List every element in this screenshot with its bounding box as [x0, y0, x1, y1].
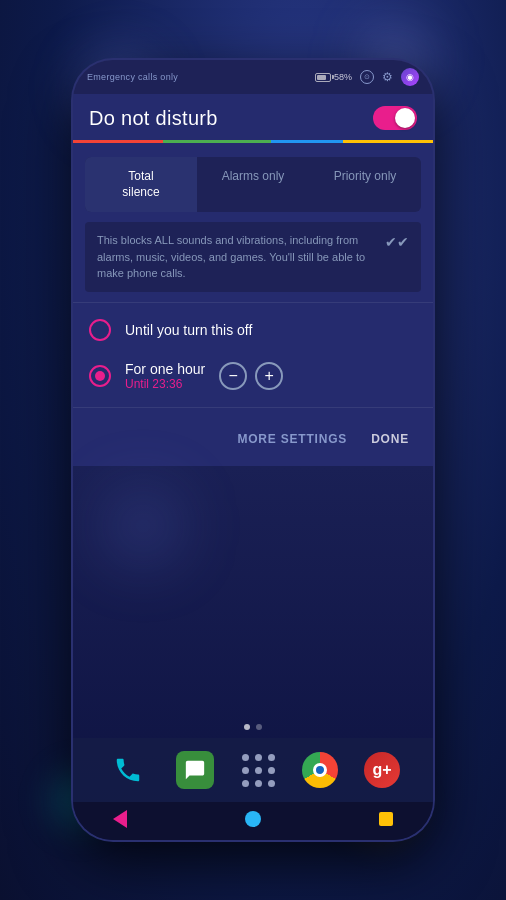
home-icon[interactable]	[245, 811, 261, 827]
gplus-app-icon[interactable]: g+	[364, 752, 400, 788]
option-until-off[interactable]: Until you turn this off	[73, 309, 433, 351]
status-left: Emergency calls only	[87, 72, 178, 82]
dot-2	[256, 724, 262, 730]
option-one-hour-label: For one hour	[125, 361, 205, 377]
radio-one-hour-fill	[95, 371, 105, 381]
nav-bar	[73, 802, 433, 840]
done-button[interactable]: DONE	[363, 426, 417, 452]
battery-icon	[315, 73, 331, 82]
bottom-actions: MORE SETTINGS DONE	[73, 414, 433, 466]
radio-one-hour[interactable]	[89, 365, 111, 387]
dot-indicator	[73, 724, 433, 730]
mode-alarms-only[interactable]: Alarms only	[197, 157, 309, 212]
battery-fill	[317, 75, 326, 80]
option-one-hour-sublabel: Until 23:36	[125, 377, 205, 391]
mode-priority-only[interactable]: Priority only	[309, 157, 421, 212]
battery-indicator: 58%	[315, 72, 352, 82]
chrome-app-icon[interactable]	[302, 752, 338, 788]
battery-percent: 58%	[334, 72, 352, 82]
mode-selector: Totalsilence Alarms only Priority only	[85, 157, 421, 212]
status-bar: Emergency calls only 58% ⊙ ⚙ ◉	[73, 60, 433, 94]
speed-icon: ⊙	[360, 70, 374, 84]
double-check-icon: ✔✔	[385, 234, 409, 250]
dot-1	[244, 724, 250, 730]
increase-hour-button[interactable]: +	[255, 362, 283, 390]
hour-controls: − +	[219, 362, 283, 390]
app-dock: g+	[73, 738, 433, 802]
description-box: This blocks ALL sounds and vibrations, i…	[85, 222, 421, 292]
dnd-toggle[interactable]	[373, 106, 417, 130]
dnd-panel: Do not disturb Totalsilence Alarms only …	[73, 94, 433, 466]
avatar-icon[interactable]: ◉	[401, 68, 419, 86]
option-one-hour[interactable]: For one hour Until 23:36 − +	[73, 351, 433, 401]
divider-2	[73, 407, 433, 408]
toggle-thumb	[395, 108, 415, 128]
divider-1	[73, 302, 433, 303]
description-text: This blocks ALL sounds and vibrations, i…	[97, 232, 375, 282]
back-icon[interactable]	[113, 810, 127, 828]
recents-icon[interactable]	[379, 812, 393, 826]
radio-until-off[interactable]	[89, 319, 111, 341]
messages-app-icon[interactable]	[176, 751, 214, 789]
option-one-hour-text: For one hour Until 23:36	[125, 361, 205, 391]
dnd-header: Do not disturb	[73, 94, 433, 140]
phone-app-icon[interactable]	[106, 748, 150, 792]
settings-icon[interactable]: ⚙	[382, 70, 393, 84]
chrome-center	[313, 763, 327, 777]
all-apps-icon[interactable]	[240, 752, 276, 788]
more-settings-button[interactable]: MORE SETTINGS	[229, 426, 355, 452]
color-bar	[73, 140, 433, 143]
mode-total-silence[interactable]: Totalsilence	[85, 157, 197, 212]
wall-blob-1	[103, 486, 183, 566]
status-right: 58% ⊙ ⚙ ◉	[315, 68, 419, 86]
dnd-title: Do not disturb	[89, 107, 218, 130]
wallpaper-area: g+	[73, 466, 433, 840]
option-until-off-label: Until you turn this off	[125, 322, 417, 338]
emergency-calls-text: Emergency calls only	[87, 72, 178, 82]
phone-frame: Emergency calls only 58% ⊙ ⚙ ◉ Do not di…	[73, 60, 433, 840]
decrease-hour-button[interactable]: −	[219, 362, 247, 390]
